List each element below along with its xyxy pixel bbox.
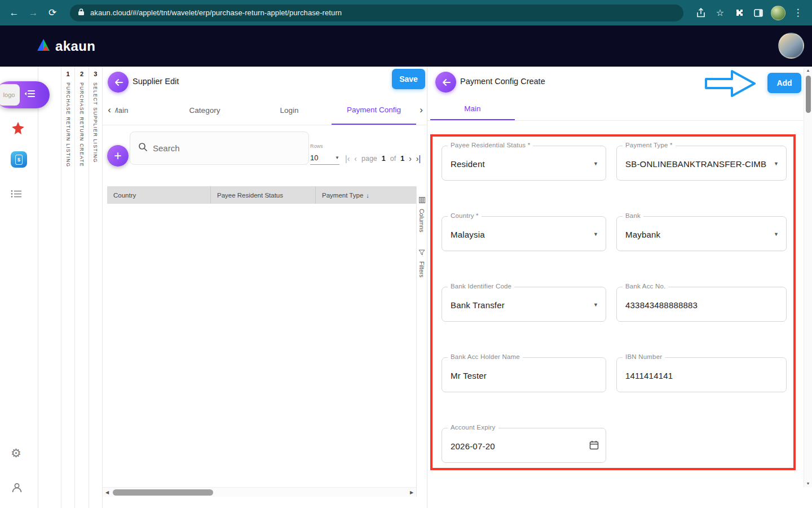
- chevron-down-icon: ▼: [774, 231, 779, 237]
- scroll-down-arrow[interactable]: ▼: [804, 481, 812, 485]
- browser-forward-button[interactable]: →: [25, 5, 42, 21]
- payment-config-form: Payee Residential Status * Resident ▼ Pa…: [442, 146, 787, 463]
- step-label: PURCHASE RETURN CREATE: [79, 82, 85, 167]
- gear-icon[interactable]: ⚙: [11, 446, 21, 460]
- lock-icon: [78, 8, 85, 18]
- star-applet-icon[interactable]: [11, 121, 25, 136]
- menu-list-icon[interactable]: [11, 190, 22, 198]
- add-button[interactable]: Add: [767, 73, 801, 93]
- back-button[interactable]: [435, 72, 456, 93]
- browser-profile-avatar[interactable]: [771, 6, 785, 20]
- tab-payment-config[interactable]: Payment Config: [332, 96, 416, 125]
- browser-back-button[interactable]: ←: [6, 5, 23, 21]
- step-label: PURCHASE RETURN LISTING: [65, 82, 71, 167]
- column-label: Country: [113, 192, 136, 199]
- tab-category[interactable]: Category: [162, 96, 247, 125]
- horizontal-scrollbar[interactable]: ◀ ▶: [103, 487, 416, 497]
- column-header-country[interactable]: Country: [107, 186, 211, 204]
- step-number: 2: [80, 71, 83, 77]
- step-tab-select-supplier-listing[interactable]: 3 SELECT SUPPLIER LISTING: [89, 67, 103, 508]
- brand-name: akaun: [55, 38, 95, 54]
- scrollbar-thumb[interactable]: [806, 76, 811, 113]
- step-number: 1: [67, 71, 70, 77]
- tab-scroll-right-button[interactable]: ›: [417, 104, 426, 116]
- akaun-logo-icon: [36, 38, 51, 54]
- table-side-tools: Columns Filters: [416, 186, 427, 497]
- field-label: IBN Number: [623, 353, 665, 360]
- field-label: Bank Acc Holder Name: [448, 353, 523, 360]
- chevron-down-icon: ▼: [335, 155, 339, 160]
- user-avatar[interactable]: [778, 33, 804, 59]
- invoice-applet-icon[interactable]: $: [11, 151, 27, 168]
- app-header: akaun: [0, 25, 812, 67]
- field-value: Resident: [451, 159, 485, 169]
- vertical-scrollbar[interactable]: ▲ ▼: [804, 67, 812, 487]
- supplier-tabs: ‹ Main Category Login Payment Config ›: [103, 96, 427, 125]
- field-bank-acc-holder-name[interactable]: Bank Acc Holder Name Mr Tester: [442, 357, 606, 392]
- field-label: Account Expiry: [448, 424, 498, 431]
- screen: ← → ⟳ akaun.cloud/#/applet/tnt/wavelet/e…: [0, 0, 812, 508]
- scroll-right-arrow[interactable]: ▶: [407, 490, 416, 495]
- sidebar-logo-pill[interactable]: logo: [0, 81, 50, 108]
- side-panel-icon[interactable]: [750, 5, 767, 21]
- search-box[interactable]: [130, 132, 309, 165]
- column-header-payment-type[interactable]: Payment Type ↓: [316, 186, 416, 204]
- extensions-icon[interactable]: [731, 5, 748, 21]
- tab-scroll-left-button[interactable]: ‹: [105, 104, 114, 116]
- scrollbar-track[interactable]: [112, 488, 407, 497]
- menu-open-icon: [24, 90, 36, 100]
- browser-menu-icon[interactable]: ⋮: [789, 5, 806, 21]
- column-header-payee-resident-status[interactable]: Payee Resident Status: [211, 186, 316, 204]
- left-sidebar: logo $ ⚙: [0, 67, 38, 508]
- address-bar[interactable]: akaun.cloud/#/applet/tnt/wavelet/erp/pur…: [70, 5, 683, 21]
- tab-login[interactable]: Login: [247, 96, 332, 125]
- back-button[interactable]: [108, 72, 129, 93]
- field-ibn-number[interactable]: IBN Number 1411414141: [616, 357, 787, 392]
- share-icon[interactable]: [692, 5, 709, 21]
- logo-image: logo: [0, 84, 20, 106]
- calendar-icon[interactable]: [589, 440, 599, 452]
- panel-title: Payment Config Create: [460, 77, 545, 86]
- rows-label: Rows: [310, 143, 323, 149]
- field-bank-acc-no[interactable]: Bank Acc No. 433843488888883: [616, 287, 787, 322]
- field-payee-residential-status[interactable]: Payee Residential Status * Resident ▼: [442, 146, 606, 181]
- next-page-button[interactable]: ›: [409, 154, 412, 163]
- tab-main[interactable]: Main: [115, 96, 162, 125]
- filters-tool-button[interactable]: Filters: [418, 248, 425, 278]
- scroll-left-arrow[interactable]: ◀: [103, 490, 112, 495]
- bookmark-star-icon[interactable]: ☆: [712, 5, 729, 21]
- search-input[interactable]: [153, 143, 301, 153]
- field-value: Maybank: [625, 230, 660, 239]
- field-label: Bank Identifier Code: [448, 283, 514, 290]
- sort-descending-icon: ↓: [366, 192, 369, 199]
- save-button[interactable]: Save: [392, 69, 425, 89]
- scroll-up-arrow[interactable]: ▲: [804, 68, 812, 72]
- field-value: 433843488888883: [625, 300, 698, 310]
- chevron-down-icon: ▼: [774, 161, 779, 167]
- field-payment-type[interactable]: Payment Type * SB-ONLINEBANKTRANSFER-CIM…: [616, 146, 787, 181]
- tab-main[interactable]: Main: [430, 98, 515, 120]
- rows-per-page-select[interactable]: 10 ▼: [310, 151, 339, 165]
- scrollbar-thumb[interactable]: [113, 489, 213, 496]
- field-country[interactable]: Country * Malaysia ▼: [442, 216, 606, 251]
- field-account-expiry[interactable]: Account Expiry 2026-07-20: [442, 428, 606, 463]
- user-profile-icon[interactable]: [11, 481, 23, 494]
- last-page-button[interactable]: ›|: [416, 154, 421, 163]
- step-tab-purchase-return-listing[interactable]: 1 PURCHASE RETURN LISTING: [61, 67, 75, 508]
- current-page: 1: [382, 155, 386, 163]
- step-tab-purchase-return-create[interactable]: 2 PURCHASE RETURN CREATE: [75, 67, 89, 508]
- chevron-down-icon: ▼: [593, 231, 598, 237]
- field-bank-identifier-code[interactable]: Bank Identifier Code Bank Transfer ▼: [442, 287, 606, 322]
- pagination: |‹ ‹ page 1 of 1 › ›|: [345, 151, 421, 166]
- prev-page-button[interactable]: ‹: [354, 154, 357, 163]
- field-label: Bank Acc No.: [623, 283, 668, 290]
- of-label: of: [390, 155, 396, 163]
- field-label: Bank: [623, 212, 643, 219]
- browser-reload-button[interactable]: ⟳: [44, 5, 61, 21]
- first-page-button[interactable]: |‹: [345, 154, 350, 163]
- field-bank[interactable]: Bank Maybank ▼: [616, 216, 787, 251]
- page-label: page: [361, 155, 377, 163]
- columns-tool-button[interactable]: Columns: [418, 195, 425, 232]
- payment-tabs: Main: [427, 98, 804, 121]
- add-record-button[interactable]: +: [107, 145, 129, 167]
